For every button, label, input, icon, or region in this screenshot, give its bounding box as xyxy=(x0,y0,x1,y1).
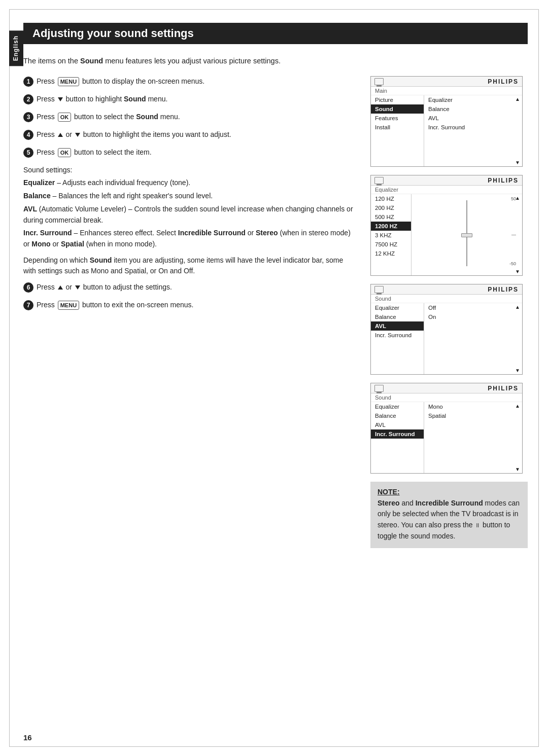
scroll-down-icon-3: ▼ xyxy=(515,368,520,373)
eq-label-top: 50 xyxy=(511,196,516,201)
screen-1-header: PHILIPS xyxy=(371,77,522,87)
step-2-text: Press button to highlight Sound menu. xyxy=(37,94,167,104)
s3-off: Off xyxy=(424,303,522,312)
intro-text: The items on the Sound menu features let… xyxy=(23,56,528,67)
tv-icon-1 xyxy=(374,78,384,85)
up-arrow-icon xyxy=(58,133,63,137)
screen-3-left-col: Equalizer Balance AVL Incr. Surround xyxy=(371,303,424,374)
screen-1-subtitle: Main xyxy=(371,87,522,95)
page-number: 16 xyxy=(23,733,32,742)
step-1-text: Press MENU button to display the on-scre… xyxy=(37,76,204,87)
scroll-up-icon-1: ▲ xyxy=(515,96,520,102)
menu-button-icon: MENU xyxy=(58,77,79,87)
desc-incr-surround: Incr. Surround – Enhances stereo effect.… xyxy=(23,228,355,249)
screen-3-right-col: ▲ Off On ▼ xyxy=(424,303,522,374)
menu-item-sound: Sound xyxy=(371,104,424,114)
eq-120hz: 120 HZ xyxy=(371,194,411,203)
left-column: 1 Press MENU button to display the on-sc… xyxy=(23,76,355,548)
page-border-right xyxy=(538,9,539,747)
page-border-bottom xyxy=(9,746,539,747)
s4-equalizer: Equalizer xyxy=(371,402,424,411)
step-number-1: 1 xyxy=(23,77,33,87)
step-6-text: Press or button to adjust the settings. xyxy=(37,282,172,293)
page-border-top xyxy=(9,9,539,10)
desc-avl: AVL (Automatic Volume Leveler) – Control… xyxy=(23,204,355,226)
eq-7500hz: 7500 HZ xyxy=(371,240,411,249)
note-content: Stereo and Incredible Surround modes can… xyxy=(378,498,521,542)
eq-3khz: 3 KHZ xyxy=(371,231,411,240)
scroll-up-icon-4: ▲ xyxy=(515,403,520,409)
screen-4-right-col: ▲ Mono Spatial ▼ xyxy=(424,402,522,473)
scroll-down-icon-4: ▼ xyxy=(515,466,520,472)
desc-balance: Balance – Balances the left and right sp… xyxy=(23,191,355,202)
tv-icon-4 xyxy=(374,385,384,392)
step-3: 3 Press OK button to select the Sound me… xyxy=(23,112,355,122)
submenu-equalizer: Equalizer xyxy=(424,95,522,104)
s4-balance: Balance xyxy=(371,411,424,420)
menu-item-install: Install xyxy=(371,123,424,132)
note-incredible-surround: Incredible Surround xyxy=(416,499,483,507)
note-title: NOTE: xyxy=(378,488,521,496)
step-6: 6 Press or button to adjust the settings… xyxy=(23,282,355,293)
step-2: 2 Press button to highlight Sound menu. xyxy=(23,94,355,104)
screen-2-eq-right: ▲ 50 — -50 ▼ xyxy=(412,194,522,275)
step-7-text: Press MENU button to exit the on-screen … xyxy=(37,300,193,310)
brand-2: PHILIPS xyxy=(488,177,519,184)
step-number-2: 2 xyxy=(23,94,33,104)
s3-incr-surround: Incr. Surround xyxy=(371,331,424,340)
step-number-6: 6 xyxy=(23,282,33,293)
brand-4: PHILIPS xyxy=(488,385,519,392)
screen-4-left-col: Equalizer Balance AVL Incr. Surround xyxy=(371,402,424,473)
menu-item-picture: Picture xyxy=(371,95,424,104)
menu-button-icon-2: MENU xyxy=(58,301,79,310)
s3-equalizer: Equalizer xyxy=(371,303,424,312)
screen-1-left-col: Picture Sound Features Install xyxy=(371,95,424,166)
brand-3: PHILIPS xyxy=(488,286,519,293)
screen-1-main: PHILIPS Main Picture Sound Features Inst… xyxy=(370,76,523,167)
tv-icon-3 xyxy=(374,286,384,293)
step-number-5: 5 xyxy=(23,148,33,158)
depending-text: Depending on which Sound item you are ad… xyxy=(23,255,355,277)
screen-2-header: PHILIPS xyxy=(371,175,522,186)
step-4-text: Press or button to highlight the items y… xyxy=(37,129,231,140)
s4-incr-surround: Incr. Surround xyxy=(371,429,424,439)
two-column-layout: 1 Press MENU button to display the on-sc… xyxy=(23,76,528,548)
scroll-down-icon-1: ▼ xyxy=(515,160,520,165)
screen-2-subtitle: Equalizer xyxy=(371,186,522,194)
menu-item-features: Features xyxy=(371,114,424,123)
step-7: 7 Press MENU button to exit the on-scree… xyxy=(23,300,355,310)
s3-balance: Balance xyxy=(371,312,424,321)
up-arrow-icon-2 xyxy=(58,285,63,290)
brand-1: PHILIPS xyxy=(488,78,519,85)
desc-equalizer: Equalizer – Adjusts each individual freq… xyxy=(23,177,355,189)
eq-1200hz: 1200 HZ xyxy=(371,222,411,231)
step-number-3: 3 xyxy=(23,112,33,122)
screen-2-equalizer: PHILIPS Equalizer 120 HZ 200 HZ 500 HZ 1… xyxy=(370,175,523,276)
right-column: PHILIPS Main Picture Sound Features Inst… xyxy=(370,76,528,548)
main-content: The items on the Sound menu features let… xyxy=(23,56,528,741)
screen-2-eq-left: 120 HZ 200 HZ 500 HZ 1200 HZ 3 KHZ 7500 … xyxy=(371,194,412,275)
eq-200hz: 200 HZ xyxy=(371,203,411,212)
eq-500hz: 500 HZ xyxy=(371,212,411,222)
step-number-4: 4 xyxy=(23,130,33,140)
submenu-avl: AVL xyxy=(424,114,522,123)
ok-button-icon: OK xyxy=(58,113,72,122)
s4-avl: AVL xyxy=(371,420,424,429)
down-arrow-icon xyxy=(58,97,63,101)
step-4: 4 Press or button to highlight the items… xyxy=(23,129,355,140)
s3-avl: AVL xyxy=(371,321,424,331)
down-arrow-icon-3 xyxy=(75,285,80,290)
page-title: Adjusting your sound settings xyxy=(23,23,528,44)
s4-mono: Mono xyxy=(424,402,522,411)
screen-4-menu: Equalizer Balance AVL Incr. Surround ▲ M… xyxy=(371,402,522,473)
step-5: 5 Press OK button to select the item. xyxy=(23,147,355,158)
sound-descriptions: Sound settings: Equalizer – Adjusts each… xyxy=(23,165,355,250)
note-box: NOTE: Stereo and Incredible Surround mod… xyxy=(370,482,528,548)
eq-label-mid: — xyxy=(511,232,516,237)
submenu-balance: Balance xyxy=(424,104,522,114)
screen-4-subtitle: Sound xyxy=(371,393,522,402)
step-1: 1 Press MENU button to display the on-sc… xyxy=(23,76,355,87)
language-tab: English xyxy=(9,30,23,66)
eq-12khz: 12 KHZ xyxy=(371,249,411,258)
scroll-up-icon-3: ▲ xyxy=(515,304,520,310)
